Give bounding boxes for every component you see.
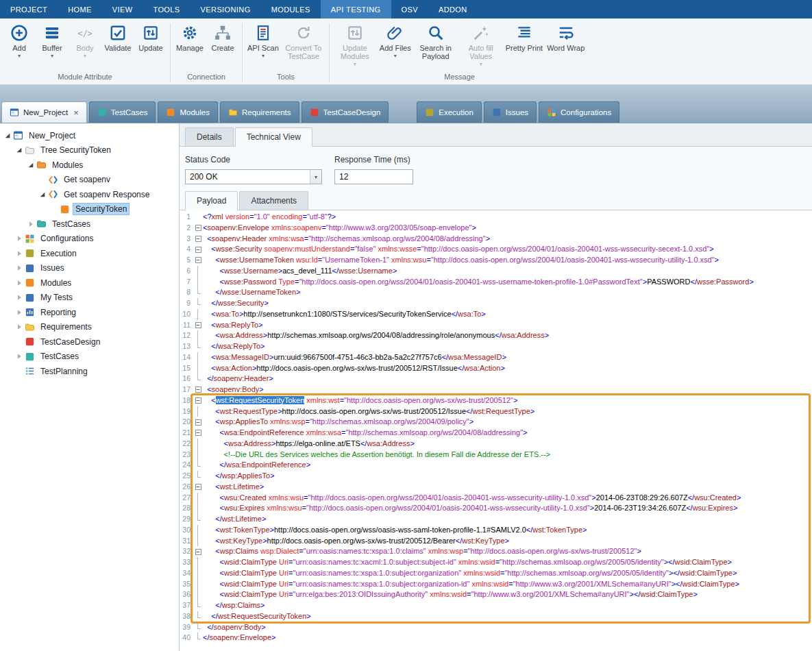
- menu-item-tools[interactable]: TOOLS: [143, 0, 190, 19]
- tree-item-issues[interactable]: Issues: [0, 261, 179, 276]
- collapse-arrow-icon[interactable]: [38, 191, 47, 199]
- fold-toggle[interactable]: −: [193, 482, 203, 493]
- fold-guide: [193, 460, 203, 471]
- fold-collapse-icon[interactable]: −: [195, 257, 201, 263]
- fold-guide: [193, 352, 203, 363]
- fold-collapse-icon[interactable]: −: [195, 236, 201, 242]
- fold-collapse-icon[interactable]: −: [195, 430, 201, 436]
- fold-collapse-icon[interactable]: −: [195, 386, 201, 393]
- expand-arrow-icon[interactable]: [14, 323, 23, 331]
- tree-item-testcases[interactable]: TestCases: [0, 217, 179, 232]
- fold-collapse-icon[interactable]: −: [195, 225, 201, 231]
- word-wrap-button[interactable]: Word Wrap: [545, 23, 587, 53]
- fold-toggle[interactable]: −: [193, 320, 203, 331]
- menu-item-project[interactable]: PROJECT: [0, 0, 58, 19]
- workspace-tab-new-project[interactable]: New_Project×: [1, 101, 87, 123]
- ribbon-group-message: Update Modules▾Add Files▾Search in Paylo…: [332, 21, 587, 84]
- menu-item-view[interactable]: VIEW: [102, 0, 143, 19]
- expand-arrow-icon[interactable]: [14, 279, 23, 287]
- menu-item-osv[interactable]: OSV: [391, 0, 428, 19]
- menu-item-versioning[interactable]: VERSIONING: [190, 0, 261, 19]
- menu-item-home[interactable]: HOME: [58, 0, 102, 19]
- fold-toggle[interactable]: −: [193, 428, 203, 439]
- code-text: <wsid:ClaimType Uri="urn:oasis:names:tc:…: [203, 568, 737, 579]
- tree-item-new-project[interactable]: New_Project: [0, 128, 179, 143]
- pretty-print-button[interactable]: Pretty Print: [504, 23, 545, 53]
- collapse-arrow-icon[interactable]: [14, 146, 23, 154]
- line-number: 20: [180, 417, 193, 428]
- fold-toggle[interactable]: −: [193, 384, 203, 395]
- payload-editor[interactable]: 1<?xml version="1.0" encoding="utf-8"?>2…: [180, 210, 812, 651]
- status-code-select[interactable]: 200 OK ▾: [185, 169, 322, 184]
- workspace-tab-configurations[interactable]: Configurations: [539, 101, 619, 123]
- expand-arrow-icon[interactable]: [14, 249, 23, 258]
- add-button[interactable]: Add▾: [3, 23, 36, 60]
- response-time-input[interactable]: [334, 169, 413, 184]
- workspace-tab-modules[interactable]: Modules: [158, 101, 217, 123]
- workspace-tab-execution[interactable]: Execution: [417, 101, 482, 123]
- close-icon[interactable]: ×: [73, 108, 79, 117]
- tree-item-testcasedesign[interactable]: TestCaseDesign: [0, 334, 179, 349]
- buffer-button[interactable]: Buffer▾: [36, 23, 69, 60]
- fold-collapse-icon[interactable]: −: [195, 549, 201, 555]
- update-button[interactable]: Update: [134, 23, 167, 53]
- code-line: 2−<soapenv:Envelope xmlns:soapenv="http:…: [180, 223, 812, 234]
- fold-toggle[interactable]: −: [193, 234, 203, 245]
- tree-item-modules[interactable]: Modules: [0, 275, 179, 291]
- fold-collapse-icon[interactable]: −: [195, 419, 201, 426]
- chevron-down-icon[interactable]: ▾: [310, 170, 321, 184]
- tab-payload[interactable]: Payload: [185, 191, 238, 210]
- workspace-tab-testcases[interactable]: TestCases: [89, 101, 156, 123]
- tree-item-modules[interactable]: Modules: [0, 158, 179, 173]
- tree-item-execution[interactable]: Execution: [0, 246, 179, 261]
- fold-toggle[interactable]: −: [193, 546, 203, 557]
- expand-arrow-icon[interactable]: [14, 234, 23, 243]
- expand-arrow-icon[interactable]: [26, 220, 35, 228]
- fold-collapse-icon[interactable]: −: [195, 322, 201, 328]
- fold-toggle[interactable]: −: [193, 417, 203, 428]
- create-button[interactable]: Create: [206, 23, 239, 53]
- validate-button[interactable]: Validate: [101, 23, 134, 53]
- tree-item-my-tests[interactable]: My Tests: [0, 291, 179, 306]
- workspace-tab-issues[interactable]: Issues: [484, 101, 537, 123]
- tree-item-requirements[interactable]: Requirements: [0, 320, 179, 335]
- expand-arrow-icon[interactable]: [14, 352, 23, 360]
- tree-item-testcases[interactable]: TestCases: [0, 349, 179, 365]
- expand-arrow-icon[interactable]: [14, 308, 23, 317]
- workspace-tab-requirements[interactable]: Requirements: [220, 101, 299, 123]
- api-scan-button[interactable]: API Scan▾: [245, 23, 281, 60]
- menu-item-addon[interactable]: ADDON: [428, 0, 478, 19]
- tab-attachments[interactable]: Attachments: [239, 191, 308, 210]
- line-number: 32: [180, 546, 193, 557]
- tab-details[interactable]: Details: [185, 127, 234, 146]
- square-blue-icon: [25, 263, 35, 273]
- collapse-arrow-icon[interactable]: [3, 132, 12, 140]
- tree-item-get-soapenv-response[interactable]: Get soapenv Response: [0, 187, 179, 202]
- fold-toggle[interactable]: −: [193, 223, 203, 234]
- tree-item-testplanning[interactable]: TestPlanning: [0, 364, 179, 379]
- workspace-tab-testcasedesign[interactable]: TestCaseDesign: [302, 101, 389, 123]
- collapse-arrow-icon[interactable]: [26, 161, 35, 169]
- manage-button[interactable]: Manage: [173, 23, 206, 53]
- fold-collapse-icon[interactable]: −: [195, 484, 201, 490]
- tree-item-get-soapenv[interactable]: Get soapenv: [0, 173, 179, 188]
- payload-tabs: PayloadAttachments: [180, 191, 812, 210]
- tab-technical-view[interactable]: Technical View: [235, 127, 312, 147]
- fold-guide: [193, 611, 203, 622]
- expand-arrow-icon[interactable]: [14, 293, 23, 302]
- tree-item-tree-securitytoken[interactable]: Tree SecurityToken: [0, 143, 179, 158]
- line-number: 11: [180, 320, 193, 331]
- add-files-button[interactable]: Add Files▾: [378, 23, 413, 60]
- search-in-payload-button[interactable]: Search in Payload: [413, 23, 458, 62]
- fold-toggle[interactable]: −: [193, 395, 203, 406]
- fold-toggle[interactable]: −: [193, 255, 203, 266]
- fold-collapse-icon[interactable]: −: [195, 397, 201, 404]
- menu-item-api-testing[interactable]: API TESTING: [321, 0, 391, 19]
- fold-collapse-icon[interactable]: −: [195, 247, 201, 253]
- tree-item-securitytoken[interactable]: SecurityToken: [0, 202, 179, 217]
- tree-item-reporting[interactable]: Reporting: [0, 305, 179, 320]
- fold-toggle[interactable]: −: [193, 244, 203, 255]
- tree-item-configurations[interactable]: Configurations: [0, 232, 179, 247]
- menu-item-modules[interactable]: MODULES: [261, 0, 321, 19]
- expand-arrow-icon[interactable]: [14, 264, 23, 272]
